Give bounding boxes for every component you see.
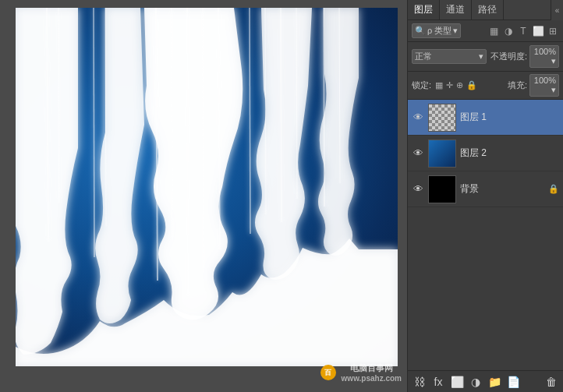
svg-line-6 (187, 8, 188, 296)
layer-item-2[interactable]: 👁 图层 2 (408, 136, 563, 171)
blend-mode-value: 正常 (415, 51, 432, 62)
filter-adjustment-icon[interactable]: ◑ (502, 25, 515, 37)
canvas-image (16, 8, 398, 366)
layer-2-info: 图层 2 (460, 147, 559, 160)
lock-icons-group: ▦ ✛ ⊕ 🔒 (435, 80, 477, 90)
layers-list: 👁 图层 1 👁 图层 2 👁 背景 (408, 100, 563, 207)
canvas-area: 百 电脑百事网 www.psahz.com (0, 0, 413, 392)
layer-1-thumbnail (428, 104, 456, 132)
opacity-label: 不透明度: (490, 51, 527, 62)
layer-item-background[interactable]: 👁 背景 🔒 (408, 171, 563, 207)
fill-arrow: ▾ (551, 85, 556, 94)
fill-value-text: 100% (534, 76, 556, 85)
tab-channels[interactable]: 通道 (440, 0, 472, 19)
panel-bottom-toolbar: ⛓ fx ⬜ ◑ 📁 📄 🗑 (408, 370, 563, 392)
adjustment-layer-button[interactable]: ◑ (468, 374, 483, 390)
opacity-value-text: 100% (534, 47, 556, 56)
fill-row: 填充: 100% ▾ (508, 74, 559, 97)
ice-drip-artwork (16, 8, 398, 366)
collapse-panel-button[interactable]: « (551, 0, 563, 20)
fill-label: 填充: (508, 79, 527, 91)
delete-layer-button[interactable]: 🗑 (544, 374, 559, 390)
layer-style-button[interactable]: fx (430, 374, 446, 390)
blend-mode-arrow: ▾ (479, 51, 483, 62)
filter-icons-group: ▦ ◑ T ⬜ ⊞ (487, 25, 559, 37)
filter-type-icon[interactable]: T (517, 25, 529, 37)
lock-artboard-button[interactable]: ⊕ (456, 80, 463, 90)
lock-all-button[interactable]: 🔒 (466, 80, 477, 90)
filter-search-icon: 🔍 (415, 26, 426, 36)
blend-mode-dropdown[interactable]: 正常 ▾ (412, 49, 487, 64)
watermark-line2: www.psahz.com (342, 374, 402, 383)
layer-2-visibility[interactable]: 👁 (412, 147, 424, 160)
group-layers-button[interactable]: 📁 (487, 374, 502, 390)
layer-mask-button[interactable]: ⬜ (449, 374, 465, 390)
layer-1-name: 图层 1 (460, 111, 559, 124)
opacity-arrow: ▾ (551, 56, 556, 65)
lock-position-button[interactable]: ✛ (446, 80, 453, 90)
layer-item-1[interactable]: 👁 图层 1 (408, 100, 563, 136)
opacity-row: 不透明度: 100% ▾ (490, 45, 559, 68)
watermark-icon: 百 (320, 365, 336, 380)
filter-row: 🔍 ρ 类型 ▾ ▦ ◑ T ⬜ ⊞ (408, 20, 563, 42)
panel-tabs: 图层 通道 路径 ≡ (408, 0, 563, 20)
filter-shape-icon[interactable]: ⬜ (532, 25, 544, 37)
opacity-input[interactable]: 100% ▾ (529, 45, 559, 68)
layer-bg-thumbnail (428, 175, 456, 203)
layer-bg-info: 背景 (460, 182, 544, 196)
link-layers-button[interactable]: ⛓ (412, 374, 427, 390)
layer-1-info: 图层 1 (460, 111, 559, 124)
blend-mode-row: 正常 ▾ 不透明度: 100% ▾ (408, 42, 563, 72)
tab-layers[interactable]: 图层 (408, 0, 440, 19)
fill-input[interactable]: 100% ▾ (529, 74, 559, 97)
filter-type-label: ρ 类型 (427, 25, 451, 37)
layer-2-name: 图层 2 (460, 147, 559, 160)
layer-2-thumbnail (428, 139, 456, 168)
svg-line-13 (324, 8, 324, 207)
lock-row: 锁定: ▦ ✛ ⊕ 🔒 填充: 100% ▾ (408, 72, 563, 100)
layers-panel: « 图层 通道 路径 ≡ 🔍 ρ 类型 ▾ ▦ ◑ T ⬜ ⊞ 正常 ▾ 不透明… (407, 0, 563, 392)
svg-line-9 (250, 8, 250, 234)
watermark-line1: 电脑百事网 (342, 362, 402, 374)
svg-line-2 (94, 8, 94, 257)
new-layer-button[interactable]: 📄 (505, 374, 521, 390)
filter-type-dropdown[interactable]: 🔍 ρ 类型 ▾ (412, 23, 461, 38)
lock-label: 锁定: (412, 79, 431, 91)
layer-1-visibility[interactable]: 👁 (412, 111, 424, 124)
watermark: 百 电脑百事网 www.psahz.com (320, 362, 402, 383)
layer-bg-visibility[interactable]: 👁 (412, 183, 424, 196)
svg-line-11 (281, 8, 282, 222)
layer-bg-lock-icon: 🔒 (548, 184, 559, 194)
tab-paths[interactable]: 路径 (472, 0, 504, 19)
filter-smart-icon[interactable]: ⊞ (547, 25, 559, 37)
filter-dropdown-arrow: ▾ (453, 26, 458, 36)
lock-pixel-button[interactable]: ▦ (435, 80, 443, 90)
layer-bg-name: 背景 (460, 182, 544, 196)
filter-pixel-icon[interactable]: ▦ (487, 25, 500, 37)
